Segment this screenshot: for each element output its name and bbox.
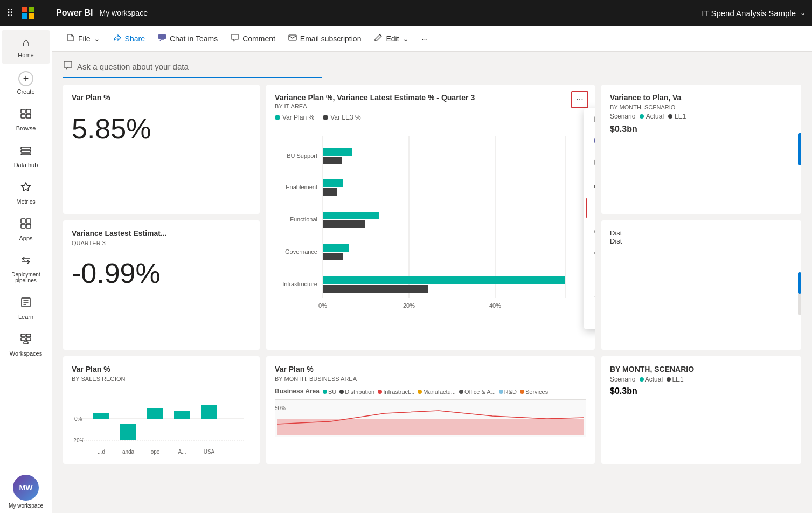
menu-delete-tile[interactable]: Delete tile <box>584 306 595 327</box>
svg-rect-5 <box>21 150 31 152</box>
menu-add-comment[interactable]: Add a comment <box>584 110 595 132</box>
pin-tile-icon <box>593 289 595 300</box>
menu-focus-mode[interactable]: Open in focus mode <box>586 198 595 218</box>
more-icon: ··· <box>422 34 428 43</box>
chat-icon <box>158 33 166 44</box>
legend-varplan: Var Plan % <box>275 114 314 121</box>
bar-chart-title: Variance Plan %, Variance Latest Estimat… <box>275 93 586 102</box>
svg-text:Infrastructure: Infrastructure <box>282 281 317 287</box>
svg-rect-58 <box>120 424 136 440</box>
menu-chat-teams[interactable]: Chat in Teams <box>584 132 595 154</box>
legend-bu: BU <box>323 386 336 396</box>
bar-chart-legend: Var Plan % Var LE3 % <box>275 114 586 121</box>
svg-rect-31 <box>323 188 337 196</box>
menu-copy-visual[interactable]: Copy visual as image <box>584 154 595 175</box>
menu-view-insights[interactable]: View insights <box>584 262 595 284</box>
sidebar-item-workspaces[interactable]: Workspaces <box>2 328 50 362</box>
sidebar-item-home[interactable]: ⌂ Home <box>2 30 50 64</box>
learn-icon <box>20 296 32 311</box>
svg-rect-10 <box>26 224 31 228</box>
svg-text:Functional: Functional <box>290 216 317 223</box>
variance-scenario-label: Scenario Actual LE1 <box>610 113 801 120</box>
svg-rect-4 <box>21 147 31 149</box>
share-button[interactable]: Share <box>108 30 150 47</box>
legend-dist: Distribution <box>339 386 374 396</box>
edit-button[interactable]: Edit ⌄ <box>369 30 414 47</box>
svg-rect-28 <box>323 157 342 164</box>
var-plan-month-subtitle: BY MONTH, BUSINESS AREA <box>275 376 586 382</box>
region-chart-svg: 0% -20% ...d anda ope A... USA <box>72 386 249 456</box>
legend-infra: Infrastruct... <box>378 386 414 396</box>
sidebar-item-browse[interactable]: Browse <box>2 102 50 137</box>
svg-text:ope: ope <box>151 449 160 455</box>
file-button[interactable]: File ⌄ <box>61 30 106 47</box>
share-icon <box>113 33 122 44</box>
browse-icon <box>20 108 32 123</box>
dashboard-grid: Var Plan % 5.85% Variance Plan %, Varian… <box>52 85 812 475</box>
var-plan-month-card: Var Plan % BY MONTH, BUSINESS AREA Busin… <box>266 356 595 464</box>
svg-rect-30 <box>323 179 343 187</box>
svg-rect-27 <box>323 148 352 156</box>
bar-chart-subtitle: BY IT AREA <box>275 103 586 109</box>
file-label: File <box>78 34 91 43</box>
sidebar-browse-label: Browse <box>16 125 36 131</box>
svg-rect-39 <box>323 276 565 284</box>
more-options-button[interactable]: ··· <box>417 31 434 46</box>
month-legend: Business Area BU Distribution Infrastruc… <box>275 386 586 396</box>
partial-bottom-right: BY MONTH, SCENARIO Scenario Actual LE1 $… <box>601 356 801 464</box>
svg-text:20%: 20% <box>403 302 415 309</box>
chat-button[interactable]: Chat in Teams <box>152 30 223 47</box>
variance-latest-card: Variance Lastest Estimat... QUARTER 3 -0… <box>63 220 260 350</box>
sidebar-bottom-label: My workspace <box>9 503 43 509</box>
variance-latest-subtitle: QUARTER 3 <box>72 240 251 246</box>
report-title-chevron[interactable]: ⌄ <box>800 9 806 17</box>
sidebar-datahub-label: Data hub <box>14 162 38 168</box>
ask-bar-text: Ask a question about your data <box>77 62 189 71</box>
menu-edit-details[interactable]: Edit details <box>584 241 595 262</box>
comment-label: Comment <box>242 34 275 43</box>
svg-rect-62 <box>174 411 190 419</box>
ask-icon <box>63 60 73 73</box>
dots-icon[interactable]: ⠿ <box>6 7 13 19</box>
ask-question-bar[interactable]: Ask a question about your data <box>63 60 322 78</box>
svg-text:0%: 0% <box>74 416 82 422</box>
svg-rect-37 <box>323 253 343 260</box>
sidebar-item-metrics[interactable]: Metrics <box>2 176 50 210</box>
svg-rect-2 <box>21 114 25 118</box>
svg-text:Enablement: Enablement <box>286 184 317 190</box>
comment-button[interactable]: Comment <box>225 30 281 47</box>
svg-rect-17 <box>158 34 166 39</box>
workspace-label[interactable]: My workspace <box>99 9 147 17</box>
menu-pin-tile[interactable]: Pin tile <box>584 284 595 306</box>
bar-chart-svg: 0% 20% 40% BU Support Enablement Functio… <box>275 126 586 320</box>
nav-divider <box>45 6 45 19</box>
var-plan-region-subtitle: BY SALES REGION <box>72 376 251 382</box>
svg-text:BU Support: BU Support <box>287 152 317 159</box>
sidebar-item-datahub[interactable]: Data hub <box>2 139 50 174</box>
svg-rect-15 <box>26 338 31 341</box>
copy-visual-icon <box>593 159 595 170</box>
var-plan-title: Var Plan % <box>72 93 251 102</box>
report-title[interactable]: IT Spend Analysis Sample <box>702 9 796 18</box>
sidebar-item-apps[interactable]: Apps <box>2 212 50 247</box>
sidebar-item-create[interactable]: + Create <box>2 66 50 100</box>
sidebar-item-learn[interactable]: Learn <box>2 291 50 325</box>
more-button[interactable]: ··· <box>571 91 588 108</box>
email-label: Email subscription <box>300 34 362 43</box>
svg-rect-0 <box>21 109 25 113</box>
svg-rect-33 <box>323 212 379 219</box>
month-chart-area: 50% <box>275 399 586 437</box>
menu-export-csv[interactable]: Export to .csv <box>584 219 595 241</box>
var-plan-month-title: Var Plan % <box>275 365 586 373</box>
avatar: MW <box>13 475 39 501</box>
svg-text:0%: 0% <box>318 302 327 309</box>
email-button[interactable]: Email subscription <box>283 30 367 47</box>
context-menu: Add a comment Chat in Teams Copy visual … <box>584 108 595 329</box>
svg-rect-56 <box>93 413 109 419</box>
sidebar-my-workspace[interactable]: MW My workspace <box>9 475 43 509</box>
sidebar-item-deployment[interactable]: Deployment pipelines <box>2 249 50 289</box>
menu-go-report[interactable]: Go to report <box>584 175 595 197</box>
svg-rect-66 <box>277 419 584 435</box>
var-plan-region-title: Var Plan % <box>72 365 251 373</box>
edit-details-icon <box>593 246 595 257</box>
